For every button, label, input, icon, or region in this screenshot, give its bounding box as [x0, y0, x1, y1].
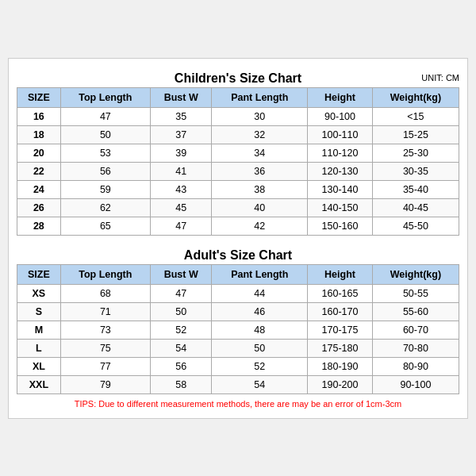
adults-title-text: Adult's Size Chart	[184, 248, 292, 262]
children-size-table: SIZE Top Length Bust W Pant Length Heigh…	[17, 87, 459, 236]
table-cell: 54	[150, 339, 211, 357]
adults-col-pant: Pant Length	[212, 264, 308, 284]
table-cell: 70-80	[372, 339, 459, 357]
table-cell: 32	[212, 125, 308, 144]
table-cell: 47	[150, 284, 211, 302]
table-cell: 43	[150, 180, 211, 198]
table-cell: 20	[17, 144, 61, 162]
table-cell: 38	[212, 180, 308, 198]
table-cell: 62	[60, 198, 150, 217]
tips-text: TIPS: Due to different measurement metho…	[17, 394, 459, 410]
table-cell: 36	[212, 162, 308, 180]
unit-label: UNIT: CM	[421, 73, 459, 83]
table-cell: S	[17, 302, 61, 321]
adults-col-weight: Weight(kg)	[372, 264, 459, 284]
table-cell: 90-100	[372, 375, 459, 393]
table-cell: 77	[60, 357, 150, 375]
children-header-row: SIZE Top Length Bust W Pant Length Heigh…	[17, 87, 459, 107]
table-row: L755450175-18070-80	[17, 339, 459, 357]
adults-col-bust: Bust W	[150, 264, 211, 284]
adults-col-top-length: Top Length	[60, 264, 150, 284]
table-cell: 22	[17, 162, 61, 180]
table-cell: 50	[150, 302, 211, 321]
table-cell: 47	[150, 217, 211, 235]
table-cell: 75	[60, 339, 150, 357]
table-row: 18503732100-11015-25	[17, 125, 459, 144]
table-row: 28654742150-16045-50	[17, 217, 459, 235]
table-cell: 52	[212, 357, 308, 375]
chart-container: Children's Size Chart UNIT: CM SIZE Top …	[8, 58, 468, 419]
table-cell: 150-160	[308, 217, 373, 235]
table-cell: 80-90	[372, 357, 459, 375]
table-cell: 50	[60, 125, 150, 144]
table-cell: 16	[17, 107, 61, 125]
table-cell: 53	[60, 144, 150, 162]
table-cell: 44	[212, 284, 308, 302]
table-cell: 34	[212, 144, 308, 162]
table-cell: 120-130	[308, 162, 373, 180]
table-row: XS684744160-16550-55	[17, 284, 459, 302]
table-cell: 100-110	[308, 125, 373, 144]
table-cell: 73	[60, 321, 150, 339]
table-cell: 56	[60, 162, 150, 180]
table-cell: 160-165	[308, 284, 373, 302]
table-cell: 140-150	[308, 198, 373, 217]
table-cell: 55-60	[372, 302, 459, 321]
table-row: 22564136120-13030-35	[17, 162, 459, 180]
table-cell: 68	[60, 284, 150, 302]
table-cell: 46	[212, 302, 308, 321]
children-chart-title: Children's Size Chart UNIT: CM	[17, 67, 459, 87]
table-cell: 130-140	[308, 180, 373, 198]
table-cell: 47	[60, 107, 150, 125]
table-cell: 30	[212, 107, 308, 125]
table-cell: 50-55	[372, 284, 459, 302]
table-cell: XS	[17, 284, 61, 302]
table-cell: 41	[150, 162, 211, 180]
table-cell: L	[17, 339, 61, 357]
table-cell: 37	[150, 125, 211, 144]
table-row: 1647353090-100<15	[17, 107, 459, 125]
table-row: 24594338130-14035-40	[17, 180, 459, 198]
table-cell: 110-120	[308, 144, 373, 162]
table-cell: 39	[150, 144, 211, 162]
table-cell: 60-70	[372, 321, 459, 339]
adults-size-table: SIZE Top Length Bust W Pant Length Heigh…	[17, 264, 459, 394]
table-cell: 28	[17, 217, 61, 235]
table-cell: 175-180	[308, 339, 373, 357]
table-cell: 160-170	[308, 302, 373, 321]
adults-col-size: SIZE	[17, 264, 61, 284]
table-row: XL775652180-19080-90	[17, 357, 459, 375]
table-cell: 40-45	[372, 198, 459, 217]
table-cell: 90-100	[308, 107, 373, 125]
table-row: M735248170-17560-70	[17, 321, 459, 339]
table-cell: 56	[150, 357, 211, 375]
children-col-bust: Bust W	[150, 87, 211, 107]
children-col-top-length: Top Length	[60, 87, 150, 107]
adults-chart-title: Adult's Size Chart	[17, 244, 459, 264]
table-row: XXL795854190-20090-100	[17, 375, 459, 393]
table-cell: 40	[212, 198, 308, 217]
table-cell: 24	[17, 180, 61, 198]
table-cell: 35-40	[372, 180, 459, 198]
table-cell: 190-200	[308, 375, 373, 393]
children-col-height: Height	[308, 87, 373, 107]
table-cell: 35	[150, 107, 211, 125]
children-col-weight: Weight(kg)	[372, 87, 459, 107]
table-cell: 18	[17, 125, 61, 144]
table-cell: 79	[60, 375, 150, 393]
table-cell: 45	[150, 198, 211, 217]
table-cell: 180-190	[308, 357, 373, 375]
children-col-pant: Pant Length	[212, 87, 308, 107]
table-cell: 54	[212, 375, 308, 393]
table-cell: 58	[150, 375, 211, 393]
table-cell: 25-30	[372, 144, 459, 162]
table-cell: XXL	[17, 375, 61, 393]
table-cell: 48	[212, 321, 308, 339]
table-cell: 50	[212, 339, 308, 357]
table-row: 26624540140-15040-45	[17, 198, 459, 217]
children-col-size: SIZE	[17, 87, 61, 107]
table-cell: 65	[60, 217, 150, 235]
table-cell: <15	[372, 107, 459, 125]
table-cell: 26	[17, 198, 61, 217]
adults-header-row: SIZE Top Length Bust W Pant Length Heigh…	[17, 264, 459, 284]
